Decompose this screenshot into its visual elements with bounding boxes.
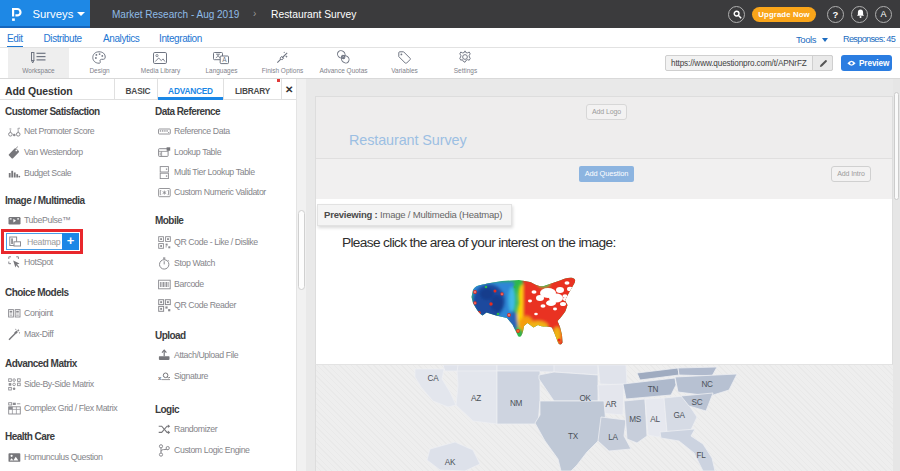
- svg-text:AL: AL: [650, 415, 660, 424]
- svg-text:MS: MS: [629, 415, 642, 424]
- svg-text:AR: AR: [606, 400, 617, 409]
- svg-text:NC: NC: [701, 380, 713, 389]
- svg-text:LA: LA: [608, 433, 618, 442]
- svg-text:x: x: [158, 374, 162, 381]
- svg-text:CA: CA: [428, 374, 440, 383]
- svg-text:TN: TN: [648, 385, 659, 394]
- svg-text:OK: OK: [579, 394, 591, 403]
- svg-text:AZ: AZ: [471, 394, 481, 403]
- svg-text:FL: FL: [697, 451, 707, 460]
- svg-text:A: A: [222, 56, 227, 63]
- svg-text:AK: AK: [445, 458, 456, 467]
- svg-text:SC: SC: [692, 398, 703, 407]
- svg-text:NM: NM: [510, 399, 523, 408]
- svg-text:TX: TX: [568, 432, 579, 441]
- svg-text:GA: GA: [673, 411, 685, 420]
